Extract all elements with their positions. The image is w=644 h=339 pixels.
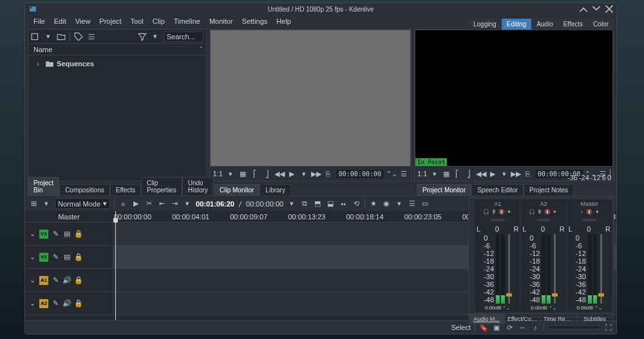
edit-icon[interactable]: ✎ [51,299,60,308]
zone-start-icon[interactable]: ⎡ [251,169,260,178]
tab-undo-history[interactable]: Undo History [182,177,214,196]
channel-db[interactable]: 0.00dB ⌃⌄ [577,305,603,311]
tag-icon[interactable]: 🔖 [479,323,488,332]
overwrite-icon[interactable]: ⬒ [313,199,322,208]
play-icon[interactable]: ▶ [131,199,140,208]
zoom-fit-icon[interactable]: ⟳ [505,323,514,332]
menu-settings[interactable]: Settings [238,16,272,26]
mute-icon[interactable]: 🔇 [498,208,505,215]
scroll-icon[interactable]: ↔ [518,323,527,332]
tab-clip-monitor[interactable]: Clip Monitor [214,184,260,196]
edit-mode-icon[interactable]: ⎘ [524,169,532,178]
tab-library[interactable]: Library [260,184,291,196]
channel-fader[interactable] [600,234,602,304]
tab-compositions[interactable]: Compositions [59,184,110,196]
master-header[interactable]: Master [25,211,113,223]
snap-icon[interactable]: ▣ [492,323,501,332]
audio-scrub-icon[interactable]: ♪ [531,323,540,332]
workspace-tab-audio[interactable]: Audio [531,19,558,30]
channel-db[interactable]: 0.00dB ⌃⌄ [531,305,556,311]
track-header-v2[interactable]: ⌄V2✎▤🔒 [25,223,113,246]
stepper-icon[interactable]: ⌃⌄ [387,169,396,178]
menu-help[interactable]: Help [272,16,296,26]
tab-project-notes[interactable]: Project Notes [524,184,574,196]
folder-icon[interactable] [57,32,66,41]
project-monitor-view[interactable]: In Point [415,30,613,167]
expand-icon[interactable]: › [33,59,43,68]
channel-fader[interactable] [554,234,556,304]
insert-icon[interactable]: ⬓ [326,199,335,208]
list-icon[interactable] [87,32,96,41]
chevron-down-icon[interactable]: ▾ [500,169,508,178]
chevron-down-icon[interactable]: ▾ [430,169,439,178]
forward-icon[interactable]: ▶▶ [511,169,520,178]
tab-clip-properties[interactable]: Clip Properties [141,177,182,196]
mute-video-icon[interactable]: ▤ [62,253,71,262]
chevron-down-icon[interactable]: ▾ [395,199,404,208]
channel-balance-knob[interactable] [569,216,611,224]
zoom-slider[interactable] [548,325,600,329]
zoom-ratio[interactable]: 1:1 [417,170,427,178]
clip-monitor-timecode[interactable]: 00:00:00:00 [336,170,384,178]
playhead[interactable] [115,211,116,320]
tab-speech-editor[interactable]: Speech Editor [471,184,524,196]
workspace-tab-logging[interactable]: Logging [468,19,502,30]
menu-view[interactable]: View [71,16,95,26]
zoom-ratio[interactable]: 1:1 [213,170,222,178]
edit-icon[interactable]: ✎ [51,276,60,285]
tab-effects[interactable]: Effects [110,184,141,196]
clip-monitor-view[interactable] [210,30,411,167]
filter-icon[interactable] [138,32,147,41]
mute-audio-icon[interactable]: 🔊 [62,299,71,308]
mix-icon[interactable]: ⧉ [300,199,309,208]
mic-icon[interactable]: 🎙 [491,208,497,215]
favorite-icon[interactable]: ★ [369,199,378,208]
bin-column-header[interactable]: Name ˆ [28,44,206,55]
tool-icon[interactable]: ⎆ [118,199,128,208]
close-icon[interactable] [605,5,614,14]
mixer-tab-3[interactable]: Subtitles [577,314,613,324]
chevron-down-icon[interactable]: ▾ [151,32,160,41]
mixer-tab-0[interactable]: Audio M... [469,314,505,324]
effects-icon[interactable]: ✦ [594,208,600,215]
show-markers-icon[interactable]: ▭ [421,199,430,208]
menu-monitor[interactable]: Monitor [205,16,238,26]
collapse-icon[interactable]: ⌄ [28,230,37,239]
edit-icon[interactable]: ✎ [51,253,60,262]
lock-icon[interactable]: 🔒 [74,230,83,239]
mute-icon[interactable]: 🔇 [586,208,592,215]
workspace-tab-effects[interactable]: Effects [558,19,588,30]
zone-end-icon[interactable]: ⎦ [465,169,473,178]
play-icon[interactable]: ▶ [287,169,296,178]
menu-file[interactable]: File [29,16,50,26]
menu-edit[interactable]: Edit [50,16,71,26]
collapse-icon[interactable]: ⌄ [28,253,37,262]
preview-render-icon[interactable]: ◉ [382,199,391,208]
track-header-a1[interactable]: ⌄A1✎🔊🔒 [25,269,113,292]
grid-icon[interactable]: ▦ [238,169,247,178]
spacer-left-icon[interactable]: ⇤ [157,199,166,208]
maximize-icon[interactable] [592,5,601,14]
headphones-icon[interactable]: 🎧 [483,208,489,215]
workspace-tab-editing[interactable]: Editing [502,19,532,30]
menu-clip[interactable]: Clip [148,16,169,26]
add-clip-icon[interactable] [31,32,40,41]
lock-icon[interactable]: 🔒 [74,276,83,285]
lift-icon[interactable]: ⟲ [352,199,361,208]
mute-audio-icon[interactable]: 🔊 [62,276,71,285]
menu-timeline[interactable]: Timeline [169,16,205,26]
chevron-down-icon[interactable]: ▾ [44,32,53,41]
chevron-down-icon[interactable]: ▾ [287,199,296,208]
spacer-right-icon[interactable]: ⇥ [170,199,179,208]
timeline-timecode[interactable]: 00:01:06:20 / 00:00:00:00 [196,200,283,208]
mic-icon[interactable]: 🎙 [536,208,543,215]
workspace-tab-color[interactable]: Color [588,19,614,30]
track-badge[interactable]: V1 [39,253,48,262]
lock-icon[interactable]: 🔒 [74,253,83,262]
track-badge[interactable]: A2 [39,299,48,308]
rewind-icon[interactable]: ◀◀ [477,169,486,178]
minimize-icon[interactable] [579,5,588,14]
edit-mode-icon[interactable]: ⎘ [324,169,333,178]
play-icon[interactable]: ▶ [489,169,497,178]
collapse-icon[interactable]: ⌄ [28,299,37,308]
